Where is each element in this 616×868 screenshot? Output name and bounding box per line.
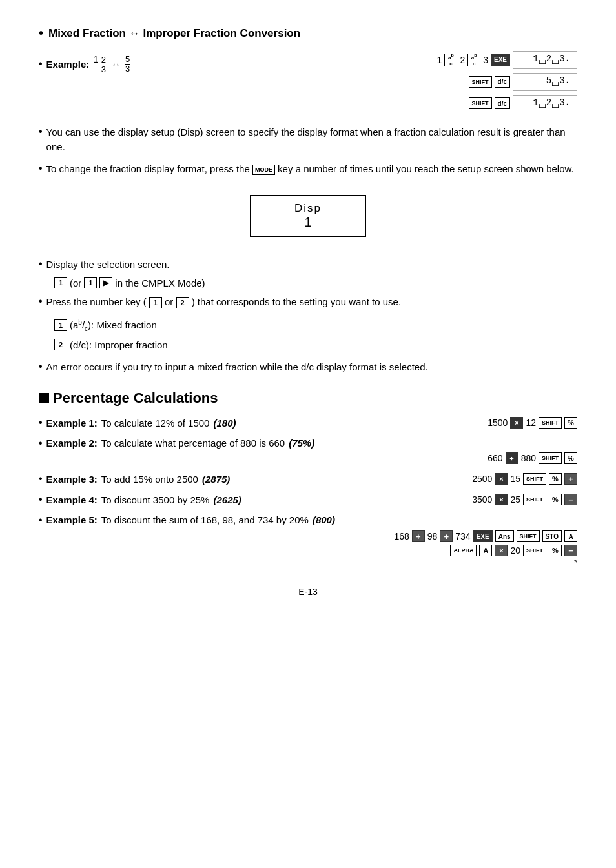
example-4-label: Example 4:	[46, 494, 98, 505]
example-5-keys-line1: 168 + 98 + 734 EXE Ans SHIFT STO A	[46, 530, 577, 542]
bullet-e3: •	[39, 473, 43, 485]
heading-text: Mixed Fraction ↔ Improper Fraction Conve…	[48, 27, 300, 40]
bullet-press-dot: •	[39, 296, 43, 307]
key-a-5b: A	[479, 545, 492, 556]
calc-step-1: 1 ab c 2 ab c 3 EXE 1⌴2⌴3.	[437, 51, 577, 69]
key-pct-e1: %	[564, 417, 577, 429]
example-2-desc: To calculate what percentage of 880 is 6…	[101, 438, 285, 449]
key-plus-5a: +	[412, 530, 425, 542]
heading-bullet: •	[39, 26, 43, 41]
key-shift-e4: SHIFT	[523, 494, 546, 505]
percentage-heading: Percentage Calculations	[39, 390, 577, 407]
key-dc-2: d/c	[495, 97, 510, 109]
pct-example-3: • Example 3: To add 15% onto 2500 (2875)…	[39, 473, 577, 485]
example-5-keys-line2: ALPHA A × 20 SHIFT % −	[450, 545, 577, 556]
example-1-keys: 1500 × 12 SHIFT %	[488, 417, 577, 429]
key-abc-2: ab c	[467, 54, 480, 66]
calc-step-3: SHIFT d/c 1⌴2⌴3.	[469, 95, 577, 113]
key-1-box-a: 1	[54, 277, 67, 288]
pct-example-5: • Example 5: To discount the sum of 168,…	[39, 514, 577, 567]
key-minus-5: −	[564, 545, 577, 556]
page-number: E-13	[39, 587, 577, 597]
option-2-text: (d/c): Improper fraction	[70, 336, 168, 354]
example-3-keys: 2500 × 15 SHIFT % +	[472, 473, 577, 485]
key-pct-e4: %	[549, 494, 562, 505]
disp-label: Disp	[270, 202, 346, 215]
calc-step-2: SHIFT d/c 5⌴3.	[469, 73, 577, 91]
percentage-heading-text: Percentage Calculations	[53, 390, 218, 407]
example-3-label: Example 3:	[46, 474, 98, 485]
key-1-box-b: 1	[84, 277, 97, 288]
example-label: Example:	[46, 59, 90, 70]
key-dc-1: d/c	[495, 76, 510, 88]
example-5-desc: To discount the sum of 168, 98, and 734 …	[101, 514, 309, 525]
example-1-label: Example 1:	[46, 418, 98, 429]
key-mult-e1: ×	[510, 417, 523, 429]
key-minus-e4: −	[564, 494, 577, 505]
example-1-result: (180)	[213, 418, 236, 429]
key-sto-5: STO	[542, 530, 562, 542]
bullet-dot: •	[39, 58, 43, 70]
key-abc-1: ab c	[444, 54, 457, 66]
example-1-desc: To calculate 12% of 1500	[101, 418, 210, 429]
key-arrow-right: ▶	[99, 277, 112, 288]
black-square-icon	[39, 393, 49, 403]
key-mult-e4: ×	[495, 494, 508, 505]
key-ans-5: Ans	[495, 530, 514, 542]
example-3-desc: To add 15% onto 2500	[101, 474, 198, 485]
key-mode-inline: MODE	[252, 165, 275, 175]
pct-example-4: • Example 4: To discount 3500 by 25% (26…	[39, 494, 577, 505]
cmplx-note: 1 (or 1 ▶ in the CMPLX Mode)	[54, 277, 577, 288]
bullet-2-text: To change the fraction display format, p…	[46, 162, 574, 177]
example-5-result: (800)	[313, 514, 335, 525]
bullet-error-text: An error occurs if you try to input a mi…	[46, 360, 428, 375]
bullet-press: • Press the number key ( 1 or 2 ) that c…	[39, 295, 577, 310]
key-2-inline: 2	[176, 297, 189, 308]
key-a-5a: A	[564, 530, 577, 542]
key-shift-2: SHIFT	[469, 97, 492, 109]
example-left: • Example: 1 2 3 ↔ 5 3	[39, 51, 181, 75]
example-4-desc: To discount 3500 by 25%	[101, 494, 210, 505]
bullet-1: • You can use the display setup (Disp) s…	[39, 125, 577, 154]
key-exe-5: EXE	[473, 530, 493, 542]
key-shift-e1: SHIFT	[539, 417, 562, 429]
calc-steps-right: 1 ab c 2 ab c 3 EXE 1⌴2⌴3. SHIFT d/c 5⌴3…	[437, 51, 577, 112]
result-display-1: 1⌴2⌴3.	[513, 51, 577, 69]
key-1-inline: 1	[149, 297, 162, 308]
key-shift-1: SHIFT	[469, 76, 492, 88]
mixed-frac-display: 1 2 3	[93, 54, 107, 75]
example-5-label: Example 5:	[46, 514, 98, 525]
example-2-keys: 660 ÷ 880 SHIFT %	[46, 452, 577, 464]
bullet-error-dot: •	[39, 361, 43, 372]
option-2: 2 (d/c): Improper fraction	[54, 336, 577, 354]
key-pct-e2: %	[564, 452, 577, 464]
key-1-opt: 1	[54, 319, 67, 331]
cmplx-or: (or	[70, 278, 81, 288]
example-2-result: (75%)	[289, 438, 314, 449]
key-2-opt: 2	[54, 339, 67, 350]
key-plus-e3: +	[564, 473, 577, 485]
double-arrow: ↔	[111, 59, 121, 70]
mixed-fraction-example-row: • Example: 1 2 3 ↔ 5 3 1 ab c 2 ab	[39, 51, 577, 112]
bullet-e5: •	[39, 514, 43, 526]
improper-frac-display: 5 3	[125, 55, 130, 74]
bullet-2-dot: •	[39, 163, 43, 174]
key-alpha-5: ALPHA	[450, 545, 477, 556]
bullet-press-text: Press the number key ( 1 or 2 ) that cor…	[46, 295, 401, 310]
example-5-keys-line2-wrapper: ALPHA A × 20 SHIFT % − *	[46, 545, 577, 567]
options-indent: 1 (ab/c): Mixed fraction 2 (d/c): Improp…	[54, 316, 577, 354]
bullet-error: • An error occurs if you try to input a …	[39, 360, 577, 375]
key-shift-5a: SHIFT	[517, 530, 540, 542]
disp-value: 1	[270, 215, 346, 230]
bullet-display-dot: •	[39, 258, 43, 270]
example-3-result: (2875)	[202, 474, 230, 485]
example-4-result: (2625)	[213, 494, 241, 505]
key-shift-5b: SHIFT	[523, 545, 546, 556]
key-shift-e2: SHIFT	[539, 452, 562, 464]
key-plus-5b: +	[440, 530, 453, 542]
option-1-text: (ab/c): Mixed fraction	[70, 316, 157, 335]
key-pct-5: %	[549, 545, 562, 556]
key-div-e2: ÷	[506, 452, 518, 464]
asterisk-note: *	[574, 558, 577, 567]
mixed-fraction-heading: • Mixed Fraction ↔ Improper Fraction Con…	[39, 26, 577, 41]
